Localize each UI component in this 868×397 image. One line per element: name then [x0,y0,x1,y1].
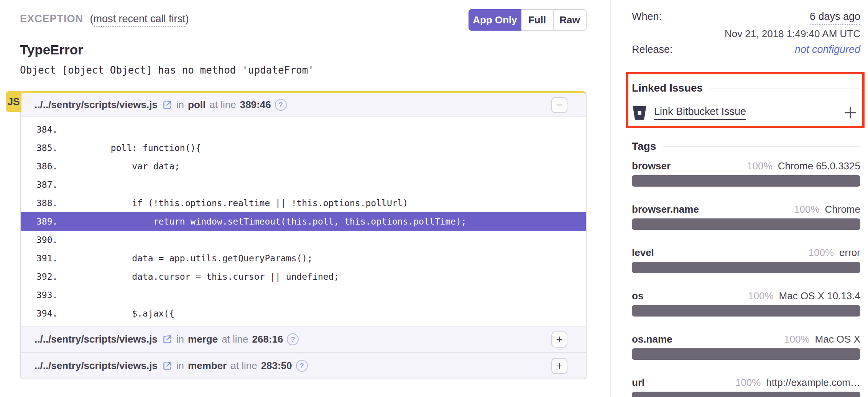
code-line-highlighted: 389. return window.setTimeout(this.poll,… [21,212,586,231]
tag-row: browser 100% Chrome 65.0.3325 [632,160,860,187]
tag-value[interactable]: http://example.com… [766,377,860,389]
tag-distribution-bar [632,305,860,317]
frame-lineno: 283:50 [261,360,292,372]
tag-key[interactable]: os [632,290,748,302]
code-line: 385. poll: function(){ [21,139,586,157]
tag-value[interactable]: Mac OS X [815,333,860,345]
call-order-note-text[interactable]: most recent call first [94,13,186,27]
tag-percent: 100% [748,290,774,302]
tag-percent: 100% [747,160,773,172]
when-label: When: [632,11,662,23]
sidebar-divider [610,0,611,397]
tag-value[interactable]: Chrome [825,203,860,215]
tag-percent: 100% [794,203,820,215]
external-link-icon[interactable] [162,100,173,110]
frame-header-poll[interactable]: ../../sentry/scripts/views.js in poll at… [21,91,586,117]
plus-icon [843,106,857,120]
frame-atline-label: at line [222,333,248,345]
tag-value[interactable]: Chrome 65.0.3325 [778,160,860,172]
exception-panel: EXCEPTION (most recent call first) App O… [0,0,610,397]
stacktrace-frames: JS ../../sentry/scripts/views.js in poll… [20,91,587,379]
frame-header-merge[interactable]: ../../sentry/scripts/views.js in merge a… [21,326,586,352]
exception-section-title: EXCEPTION (most recent call first) [20,13,189,25]
code-line: 388. if (!this.options.realtime || !this… [21,194,586,212]
tag-distribution-bar [632,218,860,230]
tag-row: browser.name 100% Chrome [632,203,860,230]
tag-percent: 100% [735,377,761,389]
toggle-raw-button[interactable]: Raw [554,9,587,31]
exception-type: TypeError [20,42,83,57]
exception-label: EXCEPTION [20,13,83,25]
tag-percent: 100% [809,247,834,259]
stacktrace-view-toggle: App Only Full Raw [469,9,587,31]
frame-in-label: in [176,333,184,345]
frame-function: merge [188,333,218,345]
link-bitbucket-issue-link[interactable]: Link Bitbucket Issue [654,106,746,120]
tag-list: browser 100% Chrome 65.0.3325 browser.na… [632,160,860,397]
tag-key[interactable]: browser.name [632,203,794,215]
frame-header-member[interactable]: ../../sentry/scripts/views.js in member … [21,352,586,379]
code-line: 390. [21,231,586,249]
frame-lineno: 389:46 [240,99,271,111]
when-relative-time[interactable]: 6 days ago [810,11,860,25]
tag-distribution-bar [632,348,860,360]
tag-percent: 100% [784,333,810,345]
tag-key[interactable]: url [632,377,735,389]
source-context: 384. 385. poll: function(){386. var data… [21,117,586,326]
help-icon[interactable]: ? [275,99,287,111]
tag-value[interactable]: error [839,247,860,259]
frame-atline-label: at line [230,360,257,372]
tag-value[interactable]: Mac OS X 10.13.4 [779,290,860,302]
external-link-icon[interactable] [162,334,173,345]
bitbucket-icon [632,105,647,121]
heading-rule [663,146,860,147]
when-absolute-time: Nov 21, 2018 1:49:40 AM UTC [632,28,860,40]
tag-row: url 100% http://example.com… [632,377,860,397]
external-link-icon[interactable] [162,361,173,371]
release-value: not configured [795,44,860,56]
code-line: 384. [21,120,586,139]
frame-function: poll [188,99,205,111]
linked-issues-heading: Linked Issues [632,82,860,94]
linked-issues-section: Linked Issues Link Bitbucket Issue [632,82,860,122]
release-row: Release: not configured [632,44,860,56]
frame-lineno: 268:16 [252,333,283,345]
code-line: 393. [21,286,586,304]
tag-distribution-bar [632,262,860,273]
release-label: Release: [632,44,673,56]
link-bitbucket-row: Link Bitbucket Issue [632,104,860,122]
toggle-full-button[interactable]: Full [521,9,554,31]
tag-key[interactable]: os.name [632,333,784,345]
exception-message: Object [object Object] has no method 'up… [20,64,314,76]
tags-heading: Tags [632,140,860,153]
expand-frame-button[interactable]: + [551,331,567,348]
collapse-frame-button[interactable]: − [551,97,567,113]
event-sidebar: When: 6 days ago Nov 21, 2018 1:49:40 AM… [632,0,860,397]
tag-distribution-bar [632,175,860,187]
tag-row: os.name 100% Mac OS X [632,333,860,360]
tag-distribution-bar [632,392,860,397]
add-linked-issue-button[interactable] [843,106,857,120]
help-icon[interactable]: ? [287,333,299,345]
tag-row: level 100% error [632,247,860,273]
tag-key[interactable]: browser [632,160,747,172]
code-line: 394. $.ajax({ [21,304,586,323]
code-line: 386. var data; [21,157,586,176]
frame-in-label: in [176,99,184,111]
frame-filename[interactable]: ../../sentry/scripts/views.js [35,333,158,345]
code-line: 392. data.cursor = this.cursor || undefi… [21,267,586,286]
tag-row: os 100% Mac OS X 10.13.4 [632,290,860,317]
frame-filename[interactable]: ../../sentry/scripts/views.js [35,99,158,111]
frame-in-label: in [176,360,184,372]
tag-key[interactable]: level [632,247,809,259]
frame-filename[interactable]: ../../sentry/scripts/views.js [35,360,158,372]
help-icon[interactable]: ? [296,360,308,372]
code-line: 391. data = app.utils.getQueryParams(); [21,249,586,267]
frame-atline-label: at line [209,99,236,111]
toggle-app-only-button[interactable]: App Only [469,9,521,31]
heading-rule [710,88,860,89]
expand-frame-button[interactable]: + [551,358,567,374]
call-order-note[interactable]: (most recent call first) [90,13,189,27]
when-row: When: 6 days ago [632,11,860,25]
platform-js-badge: JS [6,91,21,112]
